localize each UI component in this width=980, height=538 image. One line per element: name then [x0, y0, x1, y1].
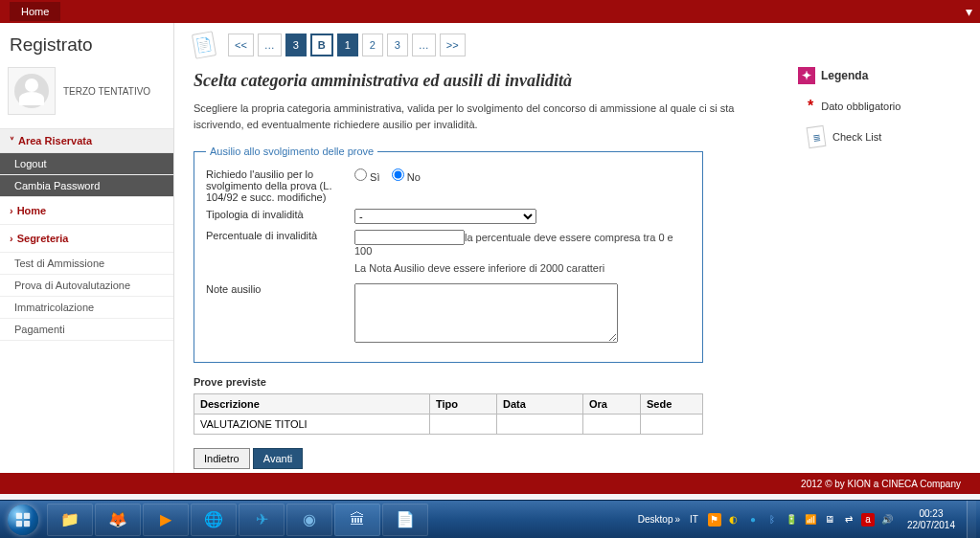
nav-test-ammissione[interactable]: Test di Ammissione	[0, 253, 173, 275]
page-3b[interactable]: 3	[387, 34, 408, 56]
radio-no-label: No	[407, 171, 421, 183]
pagination: 📄 << … 3 B 1 2 3 … >>	[194, 33, 769, 57]
task-word[interactable]: 📄	[382, 504, 428, 536]
play-icon: ▶	[160, 510, 171, 528]
tray-volume-icon[interactable]: 🔊	[880, 513, 894, 527]
svg-rect-0	[16, 512, 22, 518]
topbar-minimize[interactable]: ▾	[966, 4, 972, 19]
table-header-row: Descrizione Tipo Data Ora Sede	[194, 394, 703, 415]
task-explorer[interactable]: 📁	[47, 504, 93, 536]
legend-icon: ✦	[798, 67, 815, 84]
tipologia-select[interactable]: -	[354, 209, 536, 224]
page-description: Scegliere la propria categoria amministr…	[194, 101, 769, 132]
tray-monitor-icon[interactable]: 🖥	[823, 513, 836, 527]
topbar: Home ▾	[0, 0, 980, 23]
tray-shield-icon[interactable]: ⚑	[708, 513, 721, 527]
ausilio-label: Richiedo l'ausilio per lo svolgimento de…	[206, 168, 354, 203]
nav-cambia-password[interactable]: Cambia Password	[0, 175, 173, 197]
task-chrome[interactable]: 🌐	[191, 504, 237, 536]
nav-pagamenti[interactable]: Pagamenti	[0, 319, 173, 341]
legend-mandatory-label: Dato obbligatorio	[821, 101, 900, 112]
nav-logout[interactable]: Logout	[0, 153, 173, 175]
page-B[interactable]: B	[310, 34, 333, 56]
task-firefox[interactable]: 🦊	[95, 504, 141, 536]
tray-bluetooth-icon[interactable]: ᛒ	[765, 513, 779, 527]
chevron-right-icon: ›	[10, 205, 13, 216]
legend-header: ✦ Legenda	[798, 67, 970, 84]
page-next-dots[interactable]: …	[412, 34, 436, 56]
task-telegram[interactable]: ✈	[239, 504, 285, 536]
tray-network-icon[interactable]: ⇄	[842, 513, 855, 527]
columns-icon: 🏛	[350, 511, 365, 528]
globe-dark-icon: ◉	[303, 510, 316, 528]
prove-title: Prove previste	[194, 376, 769, 388]
nav-segreteria-label: Segreteria	[17, 233, 69, 244]
footer: 2012 © by KION a CINECA Company	[0, 473, 980, 494]
chevron-down-icon: ˅	[10, 136, 14, 146]
legend-checklist-label: Check List	[832, 131, 881, 143]
prove-table: Descrizione Tipo Data Ora Sede VALUTAZIO…	[194, 393, 703, 435]
username: TERZO TENTATIVO	[63, 86, 150, 97]
tray-sync-icon[interactable]: ●	[746, 513, 760, 527]
note-textarea[interactable]	[354, 283, 618, 343]
task-media-player[interactable]: ▶	[143, 504, 189, 536]
td-tipo	[430, 415, 497, 435]
nav-prova-autovalutazione[interactable]: Prova di Autovalutazione	[0, 275, 173, 297]
show-desktop-label[interactable]: Desktop »	[638, 514, 680, 525]
radio-no[interactable]	[392, 168, 404, 181]
ausilio-fieldset: Ausilio allo svolgimento delle prove Ric…	[194, 146, 703, 363]
td-sede	[641, 415, 703, 435]
percentuale-input[interactable]	[354, 230, 465, 245]
nav-home[interactable]: › Home	[0, 197, 173, 225]
nav-segreteria[interactable]: › Segreteria	[0, 225, 173, 253]
page-first[interactable]: <<	[228, 34, 254, 56]
language-indicator[interactable]: IT	[690, 514, 698, 525]
page-prev-dots[interactable]: …	[258, 34, 282, 56]
folder-icon: 📁	[60, 510, 80, 528]
nav-area-riservata[interactable]: ˅ Area Riservata	[0, 128, 173, 153]
page-1[interactable]: 1	[337, 34, 358, 56]
taskbar: 📁 🦊 ▶ 🌐 ✈ ◉ 🏛 📄 Desktop » IT ⚑ ◐ ● ᛒ 🔋 📶…	[0, 500, 980, 538]
td-data	[497, 415, 583, 435]
chevron-icon: »	[674, 514, 680, 525]
task-app-active[interactable]: 🏛	[334, 504, 380, 536]
nav-area-riservata-label: Area Riservata	[18, 135, 92, 146]
tray-antivirus-icon[interactable]: a	[861, 513, 875, 527]
start-button[interactable]	[0, 501, 46, 539]
td-descrizione: VALUTAZIONE TITOLI	[194, 415, 430, 435]
th-descrizione: Descrizione	[194, 394, 430, 415]
page-3a[interactable]: 3	[285, 34, 307, 56]
nav-home-label: Home	[17, 205, 47, 216]
tray-wifi-icon[interactable]: 📶	[804, 513, 817, 527]
topbar-home-tab[interactable]: Home	[10, 2, 60, 21]
tipologia-label: Tipologia di invalidità	[206, 209, 354, 224]
page-title: Scelta categoria amministrativa ed ausil…	[194, 71, 769, 91]
checklist-icon: ≣	[807, 125, 827, 148]
chrome-icon: 🌐	[204, 510, 223, 528]
firefox-icon: 🦊	[108, 510, 127, 528]
svg-rect-1	[24, 512, 30, 518]
svg-rect-3	[24, 520, 30, 526]
th-tipo: Tipo	[430, 394, 497, 415]
right-column: ✦ Legenda * Dato obbligatorio ≣ Check Li…	[788, 23, 980, 473]
table-row: VALUTAZIONE TITOLI	[194, 415, 703, 435]
show-desktop-button[interactable]	[967, 501, 976, 539]
radio-si[interactable]	[354, 168, 367, 181]
page-last[interactable]: >>	[440, 34, 466, 56]
avanti-button[interactable]: Avanti	[253, 448, 303, 469]
page-2[interactable]: 2	[362, 34, 383, 56]
tray-battery-icon[interactable]: 🔋	[785, 513, 798, 527]
clock[interactable]: 00:23 22/07/2014	[900, 508, 961, 531]
task-app-dark[interactable]: ◉	[286, 504, 332, 536]
radio-no-wrap[interactable]: No	[392, 171, 421, 183]
radio-si-wrap[interactable]: Sì	[354, 171, 379, 183]
svg-rect-2	[16, 520, 22, 526]
legend-checklist: ≣ Check List	[798, 126, 970, 147]
nav-immatricolazione[interactable]: Immatricolazione	[0, 297, 173, 319]
legend-title: Legenda	[821, 69, 868, 82]
indietro-button[interactable]: Indietro	[194, 448, 250, 469]
tray-update-icon[interactable]: ◐	[727, 513, 741, 527]
word-icon: 📄	[396, 510, 415, 528]
th-ora: Ora	[583, 394, 641, 415]
sidebar: Registrato TERZO TENTATIVO ˅ Area Riserv…	[0, 23, 174, 473]
